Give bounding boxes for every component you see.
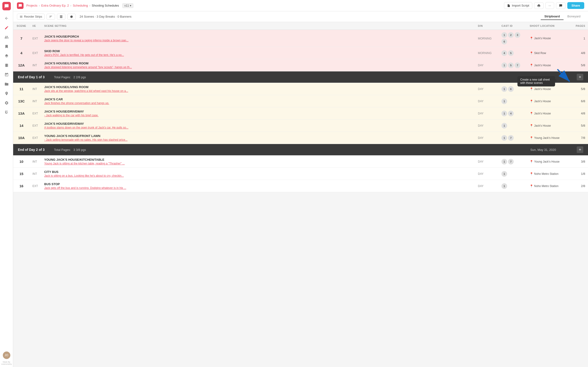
scene-pages: 4/8 [569, 47, 588, 59]
topnav: Projects › Extra Ordinary Ep. 2 › Schedu… [13, 0, 588, 11]
day-break-pages: Total Pages: 2 2/8 pgs [54, 75, 86, 79]
add-call-sheet-button[interactable]: + [577, 146, 583, 153]
scene-cast: 1 [499, 180, 527, 192]
table-row[interactable]: 15INT CITY BUS Jack is sitting on a bus.… [13, 168, 588, 180]
scene-pages: 1/8 [569, 168, 588, 180]
scene-number: 4 [13, 47, 30, 59]
calendar-icon[interactable] [2, 70, 11, 79]
edit-icon[interactable] [2, 24, 11, 32]
user-avatar[interactable]: JO [3, 351, 10, 359]
location-pin-icon: 📍 [530, 124, 533, 127]
sort-button[interactable] [47, 14, 55, 20]
scene-cast: 1236 [499, 30, 527, 47]
bookmark-icon[interactable] [2, 42, 11, 51]
day-break-date: Sun, May 31, 2020 [530, 148, 565, 151]
scene-location: 📍 Noho Metro Station [527, 180, 569, 192]
location-name: Jack's House [534, 100, 551, 103]
version-selector[interactable]: v11 ▾ [122, 3, 133, 8]
table-row[interactable]: 7EXT JACK'S HOUSE/PORCH Jack opens the d… [13, 30, 588, 47]
scene-description[interactable]: Young Jack is sitting at the kitchen tab… [44, 162, 472, 165]
table-row[interactable]: 10AEXT YOUNG JACK'S HOUSE/FRONT LAWN - J… [13, 132, 588, 144]
pin-icon[interactable] [2, 89, 11, 98]
scene-dn: DAY [475, 59, 499, 71]
scene-setting: JACK'S HOUSE/LIVING ROOM Jack stopped li… [41, 59, 475, 71]
breadcrumb-scheduling[interactable]: Scheduling [73, 4, 88, 7]
table-row[interactable]: 13AEXT JACK'S HOUSE/DRIVEWAY - Jack walk… [13, 107, 588, 120]
day-break-pages: Total Pages: 3 3/8 pgs [54, 148, 86, 151]
cast-badge: 7 [508, 135, 514, 141]
layers-icon[interactable] [2, 52, 11, 60]
scene-setting: BUS STOP Jack gets off the bus and is ru… [41, 180, 475, 192]
more-options-button[interactable]: ··· [545, 2, 554, 9]
svg-rect-0 [60, 15, 62, 16]
scene-description[interactable]: Jack sits at the window, watching a kid … [44, 89, 472, 92]
table-row[interactable]: 12AINT JACK'S HOUSE/LIVING ROOM Jack sto… [13, 59, 588, 71]
reorder-strips-button[interactable]: Reorder Strips [17, 14, 45, 20]
scene-description[interactable]: - Jack selling lemonade with no sales. H… [44, 138, 472, 142]
location-name: Skid Row [534, 51, 546, 55]
import-script-button[interactable]: Import Script [504, 2, 532, 9]
scene-dn: DAY [475, 132, 499, 144]
table-row[interactable]: 13CINT JACK'S CAR Jack finishes the phon… [13, 95, 588, 107]
scene-description[interactable]: Jack stopped listening somewhere around … [44, 66, 472, 69]
scene-cast: 157 [499, 59, 527, 71]
settings-filter-button[interactable] [67, 14, 76, 20]
breadcrumb-projects[interactable]: Projects [26, 4, 37, 7]
scene-cast: 1 [499, 168, 527, 180]
cast-badge: 1 [502, 32, 507, 38]
cast-badge: 7 [508, 159, 514, 165]
settings-icon[interactable] [2, 99, 11, 107]
breadcrumb-show[interactable]: Extra Ordinary Ep. 2 [41, 4, 69, 7]
cast-badge: 6 [508, 86, 514, 92]
toolbar: Reorder Strips 24 Scenes · 3 Day Breaks … [13, 11, 588, 22]
scene-description[interactable]: Jack gets off the bus and is running. Do… [44, 186, 472, 190]
location-pin-icon: 📍 [530, 64, 533, 67]
people-icon[interactable] [2, 33, 11, 41]
table-row[interactable]: 10INT YOUNG JACK'S HOUSE/KITCHEN/TABLE Y… [13, 156, 588, 168]
topnav-brand [17, 2, 24, 9]
folder-icon[interactable] [2, 80, 11, 88]
scene-setting: JACK'S HOUSE/LIVING ROOM Jack sits at th… [41, 83, 475, 95]
tab-stripboard[interactable]: Stripboard [541, 13, 564, 20]
location-name: Jack's House [534, 37, 551, 40]
app-logo[interactable] [2, 2, 11, 10]
scene-ie: INT [30, 59, 41, 71]
day-break-row: End of Day 1 of 3 Total Pages: 2 2/8 pgs… [13, 71, 588, 83]
print-button[interactable] [534, 2, 544, 9]
scene-ie: INT [30, 83, 41, 95]
scene-description[interactable]: Jack's POV. Jack is terrified. He gets o… [44, 53, 472, 57]
back-icon[interactable] [2, 14, 11, 23]
cast-badge: 1 [502, 99, 507, 104]
scene-location: 📍 Jack's House [527, 120, 569, 132]
tab-boneyard[interactable]: Boneyard [563, 13, 584, 20]
location-pin-icon: 📍 [530, 87, 533, 91]
strip-view-button[interactable] [57, 14, 65, 20]
scene-description[interactable]: Jack opens the door to reveal a raging i… [44, 39, 472, 42]
share-button[interactable]: Share [567, 2, 584, 9]
film-icon[interactable] [2, 61, 11, 70]
table-row[interactable]: 16EXT BUS STOP Jack gets off the bus and… [13, 180, 588, 192]
cast-badge: 1 [502, 171, 507, 177]
comments-button[interactable] [556, 2, 565, 9]
cast-badge: 1 [502, 135, 507, 141]
add-call-sheet-button[interactable]: + [577, 74, 583, 80]
location-pin-icon: 📍 [530, 136, 533, 140]
scene-description[interactable]: A toolbox slams down on the open trunk o… [44, 126, 472, 129]
scene-ie: INT [30, 95, 41, 107]
scene-number: 12A [13, 59, 30, 71]
table-row[interactable]: 14EXT JACK'S HOUSE/DRIVEWAY A toolbox sl… [13, 120, 588, 132]
table-row[interactable]: 4EXT SKID ROW Jack's POV. Jack is terrif… [13, 47, 588, 59]
data-icon[interactable] [2, 108, 11, 117]
scene-cast: 1 [499, 95, 527, 107]
scene-description[interactable]: - Jack walking to the car with his brief… [44, 114, 472, 117]
table-row[interactable]: 11INT JACK'S HOUSE/LIVING ROOM Jack sits… [13, 83, 588, 95]
scene-description[interactable]: Jack is sitting on a bus. Looking like h… [44, 174, 472, 177]
scene-dn: DAY [475, 180, 499, 192]
scene-dn: DAY [475, 107, 499, 120]
breadcrumb: Projects › Extra Ordinary Ep. 2 › Schedu… [26, 3, 133, 8]
scene-setting: YOUNG JACK'S HOUSE/FRONT LAWN - Jack sel… [41, 132, 475, 144]
location-name: Jack's House [534, 87, 551, 91]
scene-dn: DAY [475, 120, 499, 132]
scene-description[interactable]: Jack finishes the phone conversation and… [44, 101, 472, 105]
scene-number: 10 [13, 156, 30, 168]
